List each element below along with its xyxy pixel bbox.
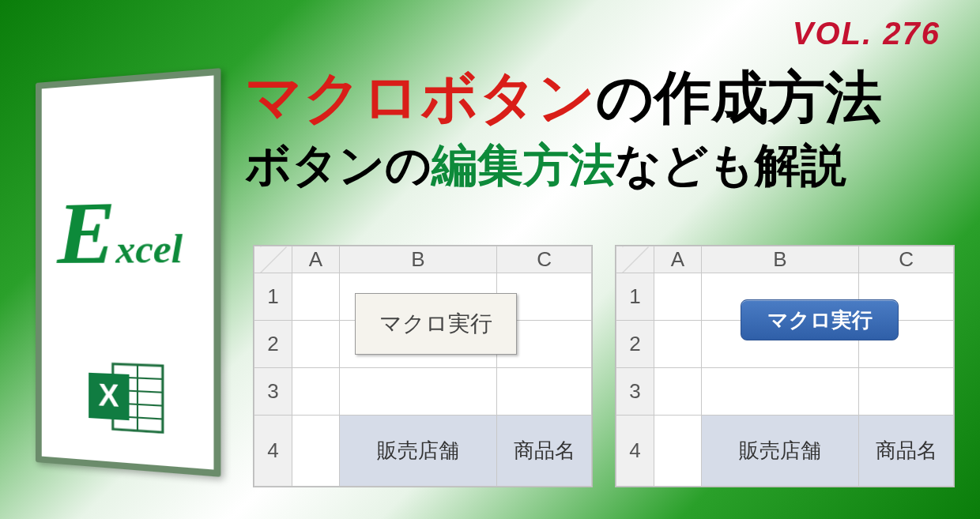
col-header-c[interactable]: C: [497, 246, 592, 273]
row-header-2[interactable]: 2: [616, 321, 654, 368]
col-header-b[interactable]: B: [701, 246, 858, 273]
col-header-a[interactable]: A: [292, 246, 339, 273]
cell[interactable]: [292, 368, 339, 416]
col-header-a[interactable]: A: [654, 246, 701, 273]
sub-title: ボタンの編集方法なども解説: [245, 135, 940, 197]
row-header-2[interactable]: 2: [254, 321, 292, 368]
cell[interactable]: [497, 368, 592, 416]
cell[interactable]: [292, 416, 339, 487]
cell[interactable]: [292, 273, 339, 321]
select-all-corner[interactable]: [616, 246, 654, 273]
main-title: マクロボタンの作成方法: [245, 63, 940, 131]
col-header-c[interactable]: C: [859, 246, 954, 273]
col-header-b[interactable]: B: [339, 246, 496, 273]
macro-run-button-plain[interactable]: マクロ実行: [355, 293, 517, 355]
cell[interactable]: [654, 321, 701, 368]
svg-text:X: X: [98, 378, 119, 413]
cell[interactable]: [859, 368, 954, 416]
volume-label: VOL. 276: [793, 16, 940, 51]
row-header-4[interactable]: 4: [616, 416, 654, 487]
spreadsheet-left: A B C 1 2 3: [253, 245, 593, 487]
cell[interactable]: [654, 368, 701, 416]
row-header-4[interactable]: 4: [254, 416, 292, 487]
excel-app-icon: X: [85, 355, 167, 441]
cell-header[interactable]: 商品名: [497, 416, 592, 487]
cell[interactable]: [654, 416, 701, 487]
excel-text-logo: Excel: [57, 179, 183, 285]
macro-run-button-styled[interactable]: マクロ実行: [741, 299, 899, 340]
spreadsheet-right: A B C 1 2 3: [615, 245, 955, 487]
cell[interactable]: [339, 368, 496, 416]
row-header-3[interactable]: 3: [616, 368, 654, 416]
row-header-1[interactable]: 1: [254, 273, 292, 321]
cell[interactable]: [292, 321, 339, 368]
row-header-3[interactable]: 3: [254, 368, 292, 416]
logo-panel: Excel X: [36, 83, 213, 462]
cell[interactable]: [701, 368, 858, 416]
cell-header[interactable]: 商品名: [859, 416, 954, 487]
cell[interactable]: [654, 273, 701, 321]
select-all-corner[interactable]: [254, 246, 292, 273]
row-header-1[interactable]: 1: [616, 273, 654, 321]
cell-header[interactable]: 販売店舗: [339, 416, 496, 487]
cell-header[interactable]: 販売店舗: [701, 416, 858, 487]
